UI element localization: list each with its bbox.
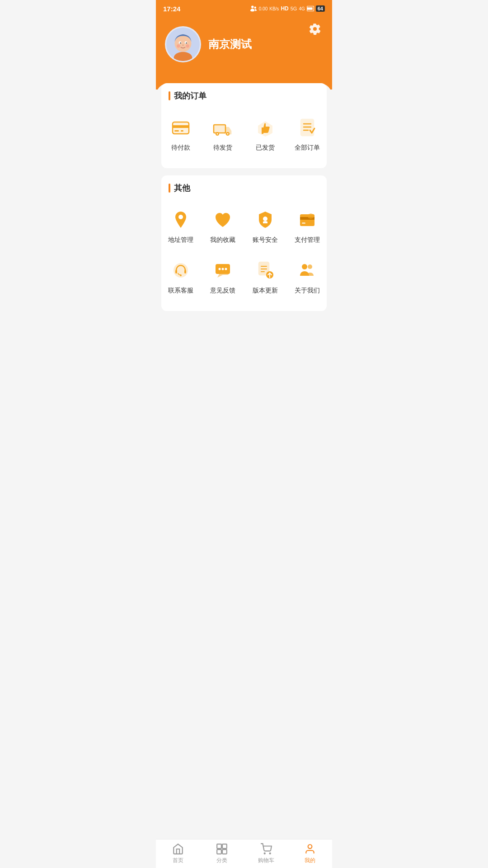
svg-point-7 xyxy=(186,42,187,44)
svg-point-9 xyxy=(177,44,180,47)
svg-point-34 xyxy=(180,274,182,276)
security-label: 账号安全 xyxy=(253,236,278,244)
address-item[interactable]: 地址管理 xyxy=(161,203,200,250)
my-orders-header: 我的订单 xyxy=(161,90,327,107)
content-area: 我的订单 待付款 xyxy=(156,83,332,354)
pending-shipment-icon xyxy=(211,116,235,139)
payment-item[interactable]: 支付管理 xyxy=(288,203,327,250)
svg-point-38 xyxy=(225,268,227,270)
others-grid: 地址管理 我的收藏 xyxy=(161,199,327,304)
header-area: 南京测试 xyxy=(156,16,332,90)
status-bar: 17:24 0.00 KB/s HD 5G 4G 64 xyxy=(156,0,332,16)
settings-button[interactable] xyxy=(307,21,323,37)
favorites-icon xyxy=(211,208,235,231)
svg-rect-30 xyxy=(302,222,305,224)
feedback-icon xyxy=(211,259,235,282)
about-icon xyxy=(296,259,319,282)
about-label: 关于我们 xyxy=(295,287,320,295)
svg-point-46 xyxy=(308,264,312,269)
favorites-item[interactable]: 我的收藏 xyxy=(204,203,243,250)
address-icon xyxy=(169,208,192,231)
username: 南京测试 xyxy=(208,37,252,52)
pending-payment-item[interactable]: 待付款 xyxy=(161,110,200,157)
avatar[interactable] xyxy=(165,26,201,62)
feedback-item[interactable]: 意见反馈 xyxy=(204,253,243,300)
svg-rect-14 xyxy=(174,130,179,132)
user-info: 南京测试 xyxy=(165,26,323,62)
orders-grid: 待付款 待发货 xyxy=(161,107,327,161)
svg-point-37 xyxy=(222,268,224,270)
shipped-item[interactable]: 已发货 xyxy=(246,110,285,157)
security-icon xyxy=(253,208,277,231)
svg-point-45 xyxy=(302,264,307,269)
battery-level: 64 xyxy=(316,5,325,12)
payment-icon xyxy=(296,208,319,231)
customer-service-label: 联系客服 xyxy=(168,287,193,295)
payment-label: 支付管理 xyxy=(295,236,320,244)
shipped-label: 已发货 xyxy=(256,144,275,152)
svg-rect-13 xyxy=(173,125,189,128)
pending-shipment-label: 待发货 xyxy=(213,144,232,152)
svg-point-36 xyxy=(219,268,221,270)
customer-service-item[interactable]: 联系客服 xyxy=(161,253,200,300)
my-orders-title: 我的订单 xyxy=(174,90,206,101)
svg-point-26 xyxy=(178,215,183,219)
pending-payment-icon xyxy=(169,116,192,139)
update-label: 版本更新 xyxy=(253,287,278,295)
shipped-icon xyxy=(253,116,277,139)
update-icon xyxy=(253,259,277,282)
pending-payment-label: 待付款 xyxy=(171,144,190,152)
svg-point-20 xyxy=(217,133,218,135)
favorites-label: 我的收藏 xyxy=(210,236,235,244)
svg-rect-33 xyxy=(184,270,186,274)
others-title: 其他 xyxy=(174,183,190,193)
svg-point-8 xyxy=(182,44,184,46)
svg-point-21 xyxy=(227,133,229,135)
customer-service-icon xyxy=(169,259,192,282)
svg-rect-16 xyxy=(214,125,225,133)
others-section: 其他 地址管理 我的收藏 xyxy=(161,175,327,311)
svg-point-10 xyxy=(186,44,189,47)
others-header: 其他 xyxy=(161,183,327,199)
all-orders-icon xyxy=(296,116,319,139)
address-label: 地址管理 xyxy=(168,236,193,244)
svg-rect-0 xyxy=(314,8,314,9)
update-item[interactable]: 版本更新 xyxy=(246,253,285,300)
pending-shipment-item[interactable]: 待发货 xyxy=(204,110,243,157)
svg-point-27 xyxy=(263,217,267,221)
status-icons: 0.00 KB/s HD 5G 4G 64 xyxy=(250,5,325,12)
section-bar-orders xyxy=(169,91,170,100)
all-orders-item[interactable]: 全部订单 xyxy=(288,110,327,157)
about-item[interactable]: 关于我们 xyxy=(288,253,327,300)
svg-rect-32 xyxy=(175,270,177,274)
all-orders-label: 全部订单 xyxy=(295,144,320,152)
svg-rect-15 xyxy=(181,130,183,132)
section-bar-others xyxy=(169,184,170,193)
security-item[interactable]: 账号安全 xyxy=(246,203,285,250)
my-orders-section: 我的订单 待付款 xyxy=(161,83,327,168)
feedback-label: 意见反馈 xyxy=(210,287,235,295)
svg-point-6 xyxy=(180,42,181,44)
status-time: 17:24 xyxy=(163,5,180,13)
